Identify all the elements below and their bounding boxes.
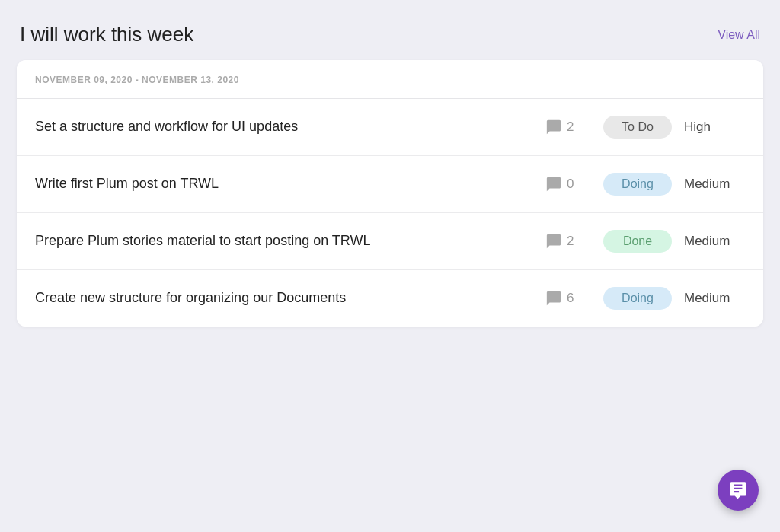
priority-label: Medium bbox=[684, 234, 745, 249]
page-header: I will work this week View All bbox=[17, 23, 763, 46]
task-name: Write first Plum post on TRWL bbox=[35, 174, 533, 193]
date-header: NOVEMBER 09, 2020 - NOVEMBER 13, 2020 bbox=[17, 60, 763, 99]
status-badge[interactable]: Doing bbox=[603, 287, 672, 310]
task-name: Set a structure and workflow for UI upda… bbox=[35, 117, 533, 136]
page-title: I will work this week bbox=[20, 23, 193, 46]
priority-label: Medium bbox=[684, 291, 745, 306]
date-range-label: NOVEMBER 09, 2020 - NOVEMBER 13, 2020 bbox=[35, 75, 239, 85]
comment-icon bbox=[545, 233, 562, 250]
task-row[interactable]: Set a structure and workflow for UI upda… bbox=[17, 99, 763, 156]
status-badge[interactable]: To Do bbox=[603, 116, 672, 139]
task-row[interactable]: Prepare Plum stories material to start p… bbox=[17, 213, 763, 270]
comment-count: 6 bbox=[567, 291, 574, 306]
comment-icon bbox=[545, 119, 562, 135]
comment-count: 0 bbox=[567, 177, 574, 192]
comment-icon bbox=[545, 290, 562, 307]
comment-count: 2 bbox=[567, 119, 574, 135]
status-badge[interactable]: Done bbox=[603, 230, 672, 253]
priority-label: Medium bbox=[684, 177, 745, 192]
task-name: Create new structure for organizing our … bbox=[35, 288, 533, 307]
scroll-area[interactable]: NOVEMBER 09, 2020 - NOVEMBER 13, 2020 Se… bbox=[17, 60, 763, 327]
comment-block: 0 bbox=[545, 176, 591, 193]
comment-block: 2 bbox=[545, 233, 591, 250]
task-name: Prepare Plum stories material to start p… bbox=[35, 231, 533, 250]
priority-label: High bbox=[684, 119, 745, 135]
task-row[interactable]: Write first Plum post on TRWL 0 Doing Me… bbox=[17, 156, 763, 213]
chat-icon bbox=[728, 480, 748, 500]
comment-block: 2 bbox=[545, 119, 591, 135]
task-row[interactable]: Create new structure for organizing our … bbox=[17, 270, 763, 327]
comment-count: 2 bbox=[567, 234, 574, 249]
status-badge[interactable]: Doing bbox=[603, 173, 672, 196]
comment-icon bbox=[545, 176, 562, 193]
main-container: I will work this week View All NOVEMBER … bbox=[17, 23, 763, 327]
task-list: Set a structure and workflow for UI upda… bbox=[17, 99, 763, 327]
comment-block: 6 bbox=[545, 290, 591, 307]
chat-bubble-button[interactable] bbox=[718, 470, 759, 511]
task-card: NOVEMBER 09, 2020 - NOVEMBER 13, 2020 Se… bbox=[17, 60, 763, 327]
view-all-link[interactable]: View All bbox=[718, 28, 760, 42]
